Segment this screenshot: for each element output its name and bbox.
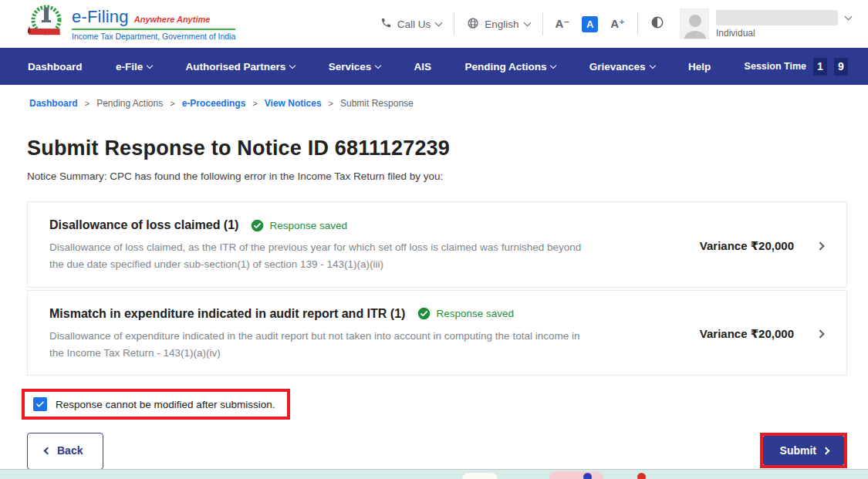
call-us-label: Call Us [397, 19, 431, 30]
breadcrumb-separator: > [329, 99, 333, 108]
checkmark-icon [35, 400, 45, 409]
notice-title: Disallowance of loss claimed (1) [49, 218, 238, 232]
nav-help[interactable]: Help [688, 61, 711, 73]
chevron-down-icon [435, 19, 443, 27]
logo-text: e-Filing Anywhere Anytime Income Tax Dep… [72, 7, 235, 41]
notice-title: Mismatch in expenditure indicated in aud… [49, 307, 405, 321]
header-divider [542, 12, 543, 35]
font-size-controls: A⁻ A A⁺ [556, 16, 626, 32]
nav-authorised-partners[interactable]: Authorised Partners [186, 61, 296, 73]
breadcrumb-e-proceedings[interactable]: e-Proceedings [182, 98, 246, 109]
footer-partial-element [461, 472, 498, 479]
variance-amount: Variance ₹20,000 [700, 239, 794, 253]
session-timer: Session Time 1 9 [745, 58, 848, 76]
submit-highlight-box: Submit [760, 433, 847, 468]
confirmation-highlight-box: Response cannot be modified after submis… [22, 389, 290, 420]
font-increase-icon[interactable]: A⁺ [610, 17, 625, 31]
logo-title: e-Filing [72, 7, 129, 27]
breadcrumb-submit-response: Submit Response [340, 98, 414, 109]
bottom-footer-strip [0, 469, 868, 479]
confirmation-checkbox[interactable] [33, 397, 47, 411]
response-saved-badge: Response saved [417, 307, 514, 320]
variance-amount: Variance ₹20,000 [700, 327, 794, 341]
user-menu[interactable]: Individual [680, 8, 851, 39]
chevron-left-icon [44, 447, 52, 454]
breadcrumb-dashboard[interactable]: Dashboard [29, 98, 78, 109]
top-header: e-Filing Anywhere Anytime Income Tax Dep… [0, 0, 868, 48]
back-button[interactable]: Back [27, 433, 103, 470]
submit-button-label: Submit [780, 444, 816, 457]
logo-tagline: Anywhere Anytime [134, 15, 211, 24]
header-controls: Call Us English A⁻ A A⁺ [380, 8, 851, 39]
breadcrumb-separator: > [170, 99, 174, 108]
confirmation-label: Response cannot be modified after submis… [56, 399, 275, 410]
efiling-portal-page: e-Filing Anywhere Anytime Income Tax Dep… [0, 0, 868, 479]
user-role-label: Individual [716, 28, 851, 39]
nav-ais[interactable]: AIS [414, 61, 432, 73]
chevron-down-icon [147, 62, 153, 68]
response-saved-label: Response saved [436, 308, 514, 319]
notice-card-loss-claimed[interactable]: Disallowance of loss claimed (1) Respons… [27, 201, 847, 288]
check-circle-icon [417, 307, 431, 320]
globe-icon [467, 17, 479, 32]
check-circle-icon [251, 219, 264, 232]
nav-efile[interactable]: e-File [116, 61, 152, 73]
chevron-right-icon [822, 447, 830, 454]
chevron-down-icon [845, 13, 853, 21]
notice-description: Disallowance of expenditure indicated in… [49, 328, 589, 363]
notice-list: Disallowance of loss claimed (1) Respons… [27, 201, 847, 376]
response-saved-label: Response saved [269, 220, 347, 231]
nav-pending-actions[interactable]: Pending Actions [464, 61, 556, 73]
notice-summary-text: Notice Summary: CPC has found the follow… [27, 170, 868, 182]
nav-services[interactable]: Services [329, 61, 381, 73]
nav-dashboard[interactable]: Dashboard [28, 61, 83, 73]
font-default-icon[interactable]: A [582, 16, 598, 32]
breadcrumb-view-notices[interactable]: View Notices [265, 98, 322, 109]
chevron-down-icon [649, 62, 655, 68]
back-button-label: Back [57, 444, 83, 457]
language-label: English [485, 19, 518, 30]
efiling-logo[interactable]: e-Filing Anywhere Anytime Income Tax Dep… [28, 3, 235, 45]
session-digit: 9 [834, 58, 848, 76]
footer-partial-element [583, 473, 592, 479]
breadcrumb-separator: > [252, 99, 257, 108]
chevron-down-icon [375, 62, 381, 68]
contrast-icon[interactable] [650, 15, 664, 32]
header-divider [637, 12, 638, 35]
notice-description: Disallowance of loss claimed, as the ITR… [49, 239, 589, 274]
username-redacted [716, 10, 838, 25]
header-divider [454, 12, 454, 35]
session-digit: 1 [813, 58, 827, 76]
footer-partial-element [637, 473, 646, 479]
breadcrumb-separator: > [85, 99, 90, 108]
chevron-right-icon[interactable] [816, 241, 824, 250]
main-navbar: Dashboard e-File Authorised Partners Ser… [0, 48, 868, 85]
chevron-right-icon[interactable] [816, 330, 824, 339]
language-menu[interactable]: English [467, 17, 529, 32]
submit-button[interactable]: Submit [763, 436, 844, 465]
notice-card-expenditure-mismatch[interactable]: Mismatch in expenditure indicated in aud… [27, 290, 847, 376]
itd-emblem-icon [28, 3, 64, 45]
page-title: Submit Response to Notice ID 6811127239 [27, 137, 868, 160]
logo-divider [72, 29, 235, 30]
response-saved-badge: Response saved [251, 219, 347, 232]
breadcrumb: Dashboard > Pending Actions > e-Proceedi… [0, 85, 868, 118]
logo-subtitle: Income Tax Department, Government of Ind… [72, 32, 235, 41]
footer-actions: Back Submit [27, 433, 847, 470]
session-time-label: Session Time [745, 61, 806, 72]
call-us-menu[interactable]: Call Us [380, 17, 442, 31]
chevron-down-icon [550, 62, 556, 68]
nav-grievances[interactable]: Grievances [589, 61, 655, 73]
footer-partial-element [549, 471, 603, 479]
avatar [680, 8, 709, 39]
phone-icon [380, 17, 392, 31]
chevron-down-icon [523, 19, 531, 27]
chevron-down-icon [289, 62, 296, 68]
font-decrease-icon[interactable]: A⁻ [556, 17, 570, 31]
breadcrumb-pending-actions: Pending Actions [96, 98, 163, 109]
